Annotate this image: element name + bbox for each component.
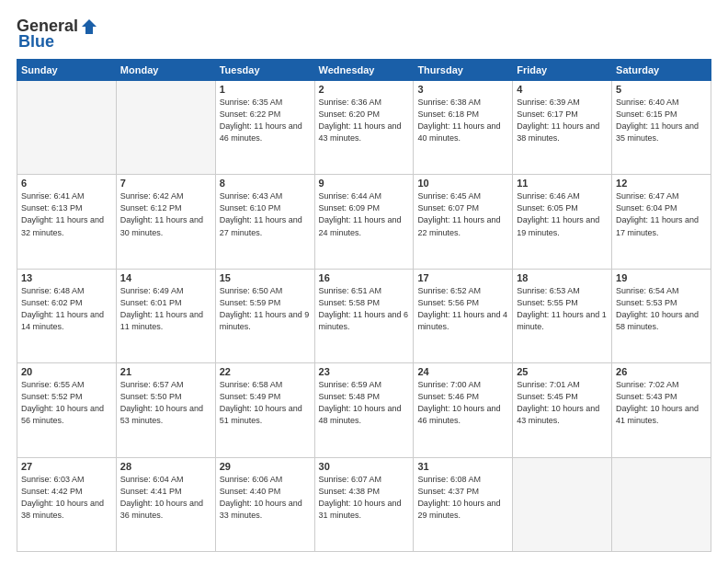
day-info: Sunrise: 6:47 AMSunset: 6:04 PMDaylight:… — [616, 190, 707, 238]
day-number: 21 — [120, 366, 211, 377]
day-info: Sunrise: 7:01 AMSunset: 5:45 PMDaylight:… — [517, 379, 608, 427]
day-info: Sunrise: 6:51 AMSunset: 5:58 PMDaylight:… — [319, 285, 410, 333]
calendar-day-header: Sunday — [17, 60, 117, 81]
day-info: Sunrise: 6:54 AMSunset: 5:53 PMDaylight:… — [616, 285, 707, 333]
day-info: Sunrise: 7:00 AMSunset: 5:46 PMDaylight:… — [417, 379, 508, 427]
day-number: 23 — [319, 366, 410, 377]
day-info: Sunrise: 6:45 AMSunset: 6:07 PMDaylight:… — [417, 190, 508, 238]
day-number: 27 — [21, 461, 112, 472]
calendar-cell: 16Sunrise: 6:51 AMSunset: 5:58 PMDayligh… — [314, 269, 414, 362]
calendar-cell: 11Sunrise: 6:46 AMSunset: 6:05 PMDayligh… — [513, 175, 612, 269]
calendar-day-header: Thursday — [414, 60, 513, 81]
day-info: Sunrise: 6:38 AMSunset: 6:18 PMDaylight:… — [417, 97, 508, 144]
calendar-cell — [17, 81, 117, 175]
day-info: Sunrise: 6:55 AMSunset: 5:52 PMDaylight:… — [21, 379, 112, 427]
day-info: Sunrise: 6:07 AMSunset: 4:38 PMDaylight:… — [319, 474, 410, 522]
day-info: Sunrise: 6:40 AMSunset: 6:15 PMDaylight:… — [616, 97, 707, 144]
calendar-cell: 3Sunrise: 6:38 AMSunset: 6:18 PMDaylight… — [414, 81, 513, 175]
calendar-cell: 9Sunrise: 6:44 AMSunset: 6:09 PMDaylight… — [314, 175, 414, 269]
day-info: Sunrise: 6:58 AMSunset: 5:49 PMDaylight:… — [220, 379, 311, 427]
day-number: 5 — [616, 84, 707, 95]
calendar-cell: 7Sunrise: 6:42 AMSunset: 6:12 PMDaylight… — [116, 175, 215, 269]
day-number: 24 — [417, 366, 508, 377]
day-number: 19 — [616, 272, 707, 283]
day-number: 13 — [21, 272, 112, 283]
calendar-cell: 31Sunrise: 6:08 AMSunset: 4:37 PMDayligh… — [414, 457, 513, 551]
calendar-cell: 5Sunrise: 6:40 AMSunset: 6:15 PMDaylight… — [612, 81, 711, 175]
day-info: Sunrise: 6:49 AMSunset: 6:01 PMDaylight:… — [120, 285, 211, 333]
calendar-cell — [116, 81, 215, 175]
calendar-cell: 26Sunrise: 7:02 AMSunset: 5:43 PMDayligh… — [612, 363, 711, 457]
calendar-day-header: Saturday — [612, 60, 711, 81]
calendar-day-header: Friday — [513, 60, 612, 81]
day-number: 20 — [21, 366, 112, 377]
day-number: 26 — [616, 366, 707, 377]
calendar-cell: 10Sunrise: 6:45 AMSunset: 6:07 PMDayligh… — [414, 175, 513, 269]
calendar-cell: 4Sunrise: 6:39 AMSunset: 6:17 PMDaylight… — [513, 81, 612, 175]
day-number: 30 — [319, 461, 410, 472]
day-info: Sunrise: 6:35 AMSunset: 6:22 PMDaylight:… — [220, 97, 311, 144]
day-number: 18 — [517, 272, 608, 283]
calendar-day-header: Tuesday — [215, 60, 314, 81]
day-info: Sunrise: 6:04 AMSunset: 4:41 PMDaylight:… — [120, 474, 211, 522]
day-number: 9 — [319, 178, 410, 189]
day-number: 1 — [220, 84, 311, 95]
calendar-week-row: 1Sunrise: 6:35 AMSunset: 6:22 PMDaylight… — [17, 81, 711, 175]
calendar-cell: 21Sunrise: 6:57 AMSunset: 5:50 PMDayligh… — [116, 363, 215, 457]
calendar-cell — [513, 457, 612, 551]
calendar-day-header: Wednesday — [314, 60, 414, 81]
calendar-cell: 27Sunrise: 6:03 AMSunset: 4:42 PMDayligh… — [17, 457, 117, 551]
calendar-cell: 18Sunrise: 6:53 AMSunset: 5:55 PMDayligh… — [513, 269, 612, 362]
day-info: Sunrise: 6:39 AMSunset: 6:17 PMDaylight:… — [517, 97, 608, 144]
day-number: 6 — [21, 178, 112, 189]
calendar-cell: 29Sunrise: 6:06 AMSunset: 4:40 PMDayligh… — [215, 457, 314, 551]
day-info: Sunrise: 6:59 AMSunset: 5:48 PMDaylight:… — [319, 379, 410, 427]
day-number: 16 — [319, 272, 410, 283]
logo: General Blue — [17, 17, 98, 52]
day-number: 22 — [220, 366, 311, 377]
day-info: Sunrise: 6:06 AMSunset: 4:40 PMDaylight:… — [220, 474, 311, 522]
day-number: 10 — [417, 178, 508, 189]
day-number: 2 — [319, 84, 410, 95]
calendar-cell: 8Sunrise: 6:43 AMSunset: 6:10 PMDaylight… — [215, 175, 314, 269]
day-info: Sunrise: 6:44 AMSunset: 6:09 PMDaylight:… — [319, 190, 410, 238]
day-number: 3 — [417, 84, 508, 95]
day-info: Sunrise: 6:48 AMSunset: 6:02 PMDaylight:… — [21, 285, 112, 333]
day-number: 15 — [220, 272, 311, 283]
calendar-week-row: 13Sunrise: 6:48 AMSunset: 6:02 PMDayligh… — [17, 269, 711, 362]
calendar-cell: 23Sunrise: 6:59 AMSunset: 5:48 PMDayligh… — [314, 363, 414, 457]
day-number: 8 — [220, 178, 311, 189]
calendar-cell: 15Sunrise: 6:50 AMSunset: 5:59 PMDayligh… — [215, 269, 314, 362]
day-info: Sunrise: 6:08 AMSunset: 4:37 PMDaylight:… — [417, 474, 508, 522]
calendar-table: SundayMondayTuesdayWednesdayThursdayFrid… — [17, 59, 711, 552]
calendar-week-row: 20Sunrise: 6:55 AMSunset: 5:52 PMDayligh… — [17, 363, 711, 457]
day-info: Sunrise: 6:46 AMSunset: 6:05 PMDaylight:… — [517, 190, 608, 238]
day-info: Sunrise: 6:03 AMSunset: 4:42 PMDaylight:… — [21, 474, 112, 522]
day-number: 29 — [220, 461, 311, 472]
calendar-cell: 14Sunrise: 6:49 AMSunset: 6:01 PMDayligh… — [116, 269, 215, 362]
logo-blue: Blue — [18, 32, 54, 52]
calendar-cell: 6Sunrise: 6:41 AMSunset: 6:13 PMDaylight… — [17, 175, 117, 269]
day-info: Sunrise: 6:57 AMSunset: 5:50 PMDaylight:… — [120, 379, 211, 427]
day-number: 12 — [616, 178, 707, 189]
calendar-week-row: 6Sunrise: 6:41 AMSunset: 6:13 PMDaylight… — [17, 175, 711, 269]
calendar-day-header: Monday — [116, 60, 215, 81]
day-info: Sunrise: 6:53 AMSunset: 5:55 PMDaylight:… — [517, 285, 608, 333]
calendar-cell: 30Sunrise: 6:07 AMSunset: 4:38 PMDayligh… — [314, 457, 414, 551]
calendar-week-row: 27Sunrise: 6:03 AMSunset: 4:42 PMDayligh… — [17, 457, 711, 551]
day-info: Sunrise: 6:43 AMSunset: 6:10 PMDaylight:… — [220, 190, 311, 238]
calendar-cell: 17Sunrise: 6:52 AMSunset: 5:56 PMDayligh… — [414, 269, 513, 362]
calendar-header-row: SundayMondayTuesdayWednesdayThursdayFrid… — [17, 60, 711, 81]
calendar-cell: 25Sunrise: 7:01 AMSunset: 5:45 PMDayligh… — [513, 363, 612, 457]
header: General Blue — [17, 17, 711, 52]
day-info: Sunrise: 6:42 AMSunset: 6:12 PMDaylight:… — [120, 190, 211, 238]
calendar-cell — [612, 457, 711, 551]
day-info: Sunrise: 7:02 AMSunset: 5:43 PMDaylight:… — [616, 379, 707, 427]
day-info: Sunrise: 6:52 AMSunset: 5:56 PMDaylight:… — [417, 285, 508, 333]
day-info: Sunrise: 6:50 AMSunset: 5:59 PMDaylight:… — [220, 285, 311, 333]
day-number: 31 — [417, 461, 508, 472]
calendar-cell: 19Sunrise: 6:54 AMSunset: 5:53 PMDayligh… — [612, 269, 711, 362]
page: General Blue SundayMondayTuesdayWednesda… — [0, 0, 728, 563]
day-number: 4 — [517, 84, 608, 95]
calendar-cell: 20Sunrise: 6:55 AMSunset: 5:52 PMDayligh… — [17, 363, 117, 457]
